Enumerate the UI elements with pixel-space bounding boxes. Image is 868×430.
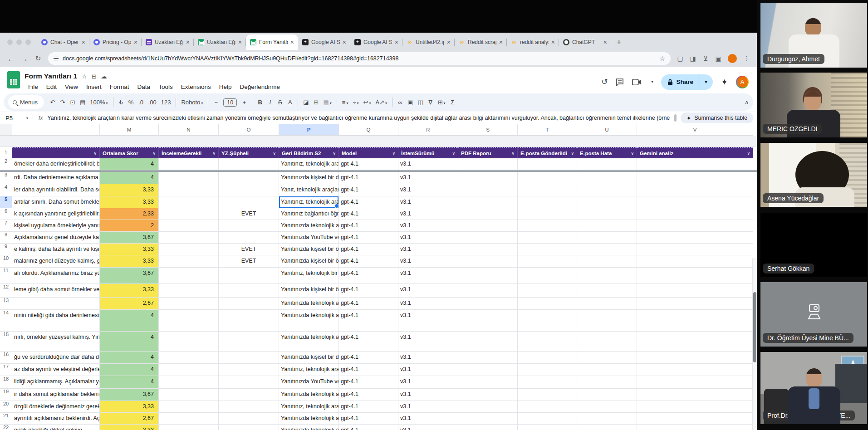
vertical-scrollbar[interactable] xyxy=(752,258,757,430)
bold-icon[interactable]: B xyxy=(255,99,265,106)
cell-U8[interactable] xyxy=(577,232,637,244)
forward-icon[interactable]: → xyxy=(18,55,31,63)
column-header-M[interactable]: M xyxy=(100,124,159,136)
cell-S18[interactable] xyxy=(458,376,518,389)
tab-close-icon[interactable]: × xyxy=(186,39,190,46)
cell-V19[interactable] xyxy=(637,389,753,401)
row-number[interactable]: 7 xyxy=(0,220,12,232)
cell-Q3[interactable]: gpt-4.1 xyxy=(339,172,398,184)
cell-L22[interactable]: nişlik eksikliği dikkat çekiyo xyxy=(12,425,100,430)
font-size-minus-icon[interactable]: − xyxy=(211,99,221,106)
cell-T8[interactable] xyxy=(518,232,577,244)
table-header-cell[interactable]: E-posta Hata∨ xyxy=(577,147,637,158)
row-number[interactable]: 8 xyxy=(0,232,12,244)
cell-T17[interactable] xyxy=(518,364,577,376)
meet-caret-icon[interactable]: ▾ xyxy=(651,80,653,84)
address-bar[interactable]: docs.google.com/spreadsheets/d/1NcUu7hYd… xyxy=(48,52,671,65)
cell-R19[interactable]: v3.1 xyxy=(398,389,458,401)
downloads-icon[interactable]: ⊻ xyxy=(700,55,711,62)
cell-O3[interactable] xyxy=(219,172,279,184)
cell-S22[interactable] xyxy=(458,425,518,430)
cell-R17[interactable]: v3.1 xyxy=(398,364,458,376)
row-number[interactable]: 19 xyxy=(0,389,12,401)
redo-icon[interactable]: ↷ xyxy=(58,99,68,106)
minimize-window-button[interactable] xyxy=(16,39,22,45)
cell-R8[interactable]: v3.1 xyxy=(398,232,458,244)
cell-M9[interactable]: 3,33 xyxy=(100,244,159,255)
side-panel-icon[interactable]: ◨ xyxy=(687,55,699,62)
cell-O11[interactable] xyxy=(219,268,279,284)
cell-V6[interactable] xyxy=(637,208,753,220)
cell-O6[interactable]: EVET xyxy=(219,208,279,220)
tab-close-icon[interactable]: × xyxy=(447,39,451,46)
cell-Q15[interactable]: gpt-4.1 xyxy=(339,332,398,352)
cell-Q19[interactable]: gpt-4.1 xyxy=(339,389,398,401)
column-header-O[interactable]: O xyxy=(219,124,279,136)
cell-P10[interactable]: Yanıtınızda kişisel bir örn xyxy=(279,255,339,268)
font-size-plus-icon[interactable]: + xyxy=(239,99,249,106)
cell-M13[interactable]: 2,67 xyxy=(100,298,159,310)
cell-R20[interactable]: v3.1 xyxy=(398,401,458,413)
row-number[interactable]: 1 xyxy=(0,147,12,158)
share-button[interactable]: Share ▼ xyxy=(661,74,712,90)
cell-T9[interactable] xyxy=(518,244,577,255)
cell-M18[interactable]: 4 xyxy=(100,376,159,389)
cell-P4[interactable]: Yanıt, teknolojik araçları xyxy=(279,184,339,196)
cell-R2[interactable]: v3.1 xyxy=(398,158,458,170)
close-window-button[interactable] xyxy=(7,39,13,45)
cell-L17[interactable]: az daha ayrıntı ve eleştirel değerlend xyxy=(12,364,100,376)
functions-icon[interactable]: Σ xyxy=(448,99,458,106)
filter-caret-icon[interactable]: ∨ xyxy=(211,151,217,156)
cell-N11[interactable] xyxy=(159,268,219,284)
cell-S12[interactable] xyxy=(458,284,518,298)
cell-O17[interactable] xyxy=(219,364,279,376)
cell-M21[interactable]: 2,67 xyxy=(100,413,159,425)
cell-P12[interactable]: Yanıtınızda kişisel bir örn xyxy=(279,284,339,298)
font-size-icon[interactable]: 10 xyxy=(221,99,239,106)
cell-N13[interactable] xyxy=(159,298,219,310)
strikethrough-icon[interactable]: S xyxy=(275,99,285,106)
table-views-icon[interactable]: ⊞▾ xyxy=(436,99,448,106)
cell-R4[interactable]: v3.1 xyxy=(398,184,458,196)
cell-M16[interactable]: 4 xyxy=(100,352,159,364)
cell-M6[interactable]: 2,33 xyxy=(100,208,159,220)
cell-P5[interactable]: Yanıtınız, teknolojik araç xyxy=(279,196,339,208)
cell-Q5[interactable]: gpt-4.1 xyxy=(339,196,398,208)
cell-L5[interactable]: antılar sınırlı. Daha somut örnekler ve xyxy=(12,196,100,208)
cell-L11[interactable]: alı olurdu. Açıklamalarınız biraz yüze xyxy=(12,268,100,284)
cell-S5[interactable] xyxy=(458,196,518,208)
borders-icon[interactable]: ⊞ xyxy=(311,99,321,106)
cell-V9[interactable] xyxy=(637,244,753,255)
cell-Q13[interactable]: gpt-4.1 xyxy=(339,298,398,310)
row-number[interactable]: 11 xyxy=(0,268,12,284)
row-number[interactable]: 6 xyxy=(0,208,12,220)
menu-insert[interactable]: Insert xyxy=(83,83,105,91)
column-header-T[interactable]: T xyxy=(518,124,577,136)
cell-O22[interactable] xyxy=(219,425,279,430)
cell-S6[interactable] xyxy=(458,208,518,220)
text-rotation-icon[interactable]: A↗▾ xyxy=(373,99,390,106)
cell-T15[interactable] xyxy=(518,332,577,352)
table-header-cell[interactable]: YZ-Şüpheli∨ xyxy=(219,147,279,158)
cell-R13[interactable]: v3.1 xyxy=(398,298,458,310)
paint-format-icon[interactable]: ▤ xyxy=(78,99,88,106)
cell-S7[interactable] xyxy=(458,220,518,232)
insert-chart-icon[interactable]: ◫ xyxy=(415,99,425,106)
cell-T21[interactable] xyxy=(518,413,577,425)
cell-T5[interactable] xyxy=(518,196,577,208)
cell-S8[interactable] xyxy=(458,232,518,244)
select-all-corner[interactable] xyxy=(0,124,12,136)
cell-P17[interactable]: Yanıtınız, teknolojik araç xyxy=(279,364,339,376)
cell-P7[interactable]: Yanıtınızda teknolojik ar xyxy=(279,220,339,232)
column-header-N[interactable]: N xyxy=(159,124,219,136)
cell-O20[interactable] xyxy=(219,401,279,413)
text-wrap-icon[interactable]: ↩▾ xyxy=(361,99,373,106)
row-number[interactable]: 15 xyxy=(0,332,12,352)
cell-O10[interactable]: EVET xyxy=(219,255,279,268)
column-header-R[interactable]: R xyxy=(398,124,458,136)
cell-V20[interactable] xyxy=(637,401,753,413)
row-number[interactable]: 17 xyxy=(0,364,12,376)
cell-N7[interactable] xyxy=(159,220,219,232)
media-icon[interactable]: ▣ xyxy=(712,55,724,62)
row-number[interactable]: 21 xyxy=(0,413,12,425)
